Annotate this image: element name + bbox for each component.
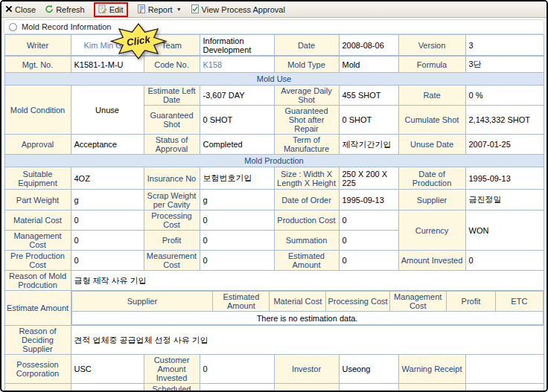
reason-of-deciding-supplier-label: Reason of Deciding Supplier (4, 326, 71, 355)
mgt-no-label: Mgt. No. (4, 57, 71, 73)
guaranteed-shot-value: 0 SHOT (200, 106, 274, 135)
date-label: Date (274, 35, 339, 56)
scheduled-collection-sum-value: 0 (200, 384, 274, 392)
code-no-label: Code No. (144, 57, 200, 73)
insurance-no-label: Insurance No (144, 167, 200, 190)
table-row: Possession Corporation USC Customer Amou… (4, 355, 544, 384)
supplier-value: 금진정밀 (465, 190, 544, 211)
reason-of-mold-production-label: Reason of Mold Prodcution (4, 271, 71, 291)
summation-label: Summation (274, 231, 339, 251)
estimate-table: Supplier Estimated Amount Material Cost … (71, 291, 544, 325)
mold-production-section-title: Mold Production (4, 155, 544, 167)
edit-button-highlight: Edit (94, 2, 128, 17)
writer-label: Writer (4, 35, 71, 56)
customer-name-value: 고객사 기입 (71, 384, 144, 392)
team-value: Information Development (200, 35, 274, 56)
suitable-equipment-value: 4OZ (71, 167, 144, 190)
rate-value: 0 % (465, 86, 544, 106)
mold-record-radio[interactable] (9, 23, 17, 31)
rate-label: Rate (398, 86, 465, 106)
table-row: Writer Kim Min Gyu Team Information Deve… (4, 35, 544, 56)
toolbar: Close Refresh Edit Report ▼ View Process… (1, 1, 547, 18)
customer-amount-invested-value: 0 (200, 355, 274, 384)
estimate-col-etc: ETC (496, 292, 543, 312)
estimate-col-profit: Profit (446, 292, 495, 312)
table-row: Material Cost 0 Processing Cost 0 Produc… (4, 211, 544, 231)
mgt-no-value: K1581-1-M-U (71, 57, 144, 73)
production-cost-label: Production Cost (274, 211, 339, 231)
date-of-order-label: Date of Order (274, 190, 339, 211)
estimate-table-cell: Supplier Estimated Amount Material Cost … (71, 291, 544, 326)
material-cost-label: Material Cost (4, 211, 71, 231)
processing-cost-value: 0 (200, 211, 274, 231)
status-of-approval-value: Completed (200, 135, 274, 155)
view-process-approval-button[interactable]: View Process Approval (191, 4, 285, 15)
version-label: Version (398, 35, 465, 56)
possession-corporation-value: USC (71, 355, 144, 384)
table-row: Customer Name 고객사 기입 Scheduled Collectio… (4, 384, 544, 392)
estimate-col-management-cost: Management Cost (389, 292, 446, 312)
currency-label: Currency (398, 211, 465, 251)
management-cost-label: Management Cost (4, 231, 71, 251)
record-type-strip: Mold Record Information (4, 19, 544, 34)
table-row: Part Weight g Scrap Weight per Cavity g … (4, 190, 544, 211)
writer-value-link[interactable]: Kim Min Gyu (71, 35, 144, 56)
production-cost-value: 0 (339, 211, 398, 231)
formula-label: Formula (398, 57, 465, 73)
processing-cost-label: Processing Cost (144, 211, 200, 231)
term-of-manufacture-value: 제작기간기입 (339, 135, 398, 155)
header-info-table: Writer Kim Min Gyu Team Information Deve… (4, 34, 544, 56)
mold-condition-value: Unuse (71, 86, 144, 135)
estimated-amount-value: 0 (339, 251, 398, 271)
close-icon (5, 5, 13, 14)
measurement-cost-label: Measurement Cost (144, 251, 200, 271)
refresh-button[interactable]: Refresh (45, 4, 85, 15)
profit-value: 0 (200, 231, 274, 251)
amount-invested-value: 0 (465, 251, 544, 271)
report-button[interactable]: Report ▼ (137, 4, 182, 15)
refresh-button-label: Refresh (56, 5, 85, 14)
estimated-amount-label: Estimated Amount (274, 251, 339, 271)
edit-button[interactable]: Edit (98, 4, 124, 15)
part-weight-label: Part Weight (4, 190, 71, 211)
investor-label: Investor (274, 355, 339, 384)
close-button-label: Close (15, 5, 36, 14)
customer-name-label: Customer Name (4, 384, 71, 392)
approval-value: Acceptance (71, 135, 144, 155)
cumulate-shot-value: 2,143,332 SHOT (465, 106, 544, 135)
collection-sum-value: 0 (339, 384, 398, 392)
view-process-approval-label: View Process Approval (202, 5, 285, 14)
scrap-weight-value: g (200, 190, 274, 211)
warning-receipt-value (465, 355, 544, 384)
part-weight-value: g (71, 190, 144, 211)
reason-of-deciding-supplier-value: 견적 업체중 공급업체 선정 사유 기입 (71, 326, 544, 355)
approval-label: Approval (4, 135, 71, 155)
refresh-icon (45, 4, 54, 15)
estimate-left-date-label: Estimate Left Date (144, 86, 200, 106)
table-row: Reason of Deciding Supplier 견적 업체중 공급업체 … (4, 326, 544, 355)
reason-of-mold-production-value: 금형 제작 사유 기입 (71, 271, 544, 291)
mold-condition-label: Mold Condition (4, 86, 71, 135)
mold-type-value: Mold (339, 57, 398, 73)
estimate-header-row: Supplier Estimated Amount Material Cost … (71, 292, 543, 312)
currency-value: WON (465, 211, 544, 251)
insurance-no-value: 보험번호기입 (200, 167, 274, 190)
close-button[interactable]: Close (5, 5, 36, 14)
estimate-col-processing-cost: Processing Cost (326, 292, 389, 312)
management-cost-value: 0 (71, 231, 144, 251)
size-value: 250 X 200 X 225 (339, 167, 398, 190)
table-row: Mold Condition Unuse Estimate Left Date … (4, 86, 544, 106)
table-row: Mgt. No. K1581-1-M-U Code No. K158 Mold … (4, 57, 544, 73)
report-dropdown-arrow-icon[interactable]: ▼ (176, 7, 182, 12)
code-no-value-link[interactable]: K158 (200, 57, 274, 73)
edit-button-label: Edit (109, 5, 124, 14)
customer-amount-invested-label: Customer Amount Invested (144, 355, 200, 384)
profit-label: Profit (144, 231, 200, 251)
measurement-cost-value: 0 (200, 251, 274, 271)
section-header-row: Mold Production (4, 155, 544, 167)
scrap-weight-label: Scrap Weight per Cavity (144, 190, 200, 211)
mold-use-section-title: Mold Use (4, 73, 544, 86)
approval-doc-icon (191, 4, 200, 15)
table-row: Suitable Equipment 4OZ Insurance No 보험번호… (4, 167, 544, 190)
estimate-left-date-value: -3,607 DAY (200, 86, 274, 106)
